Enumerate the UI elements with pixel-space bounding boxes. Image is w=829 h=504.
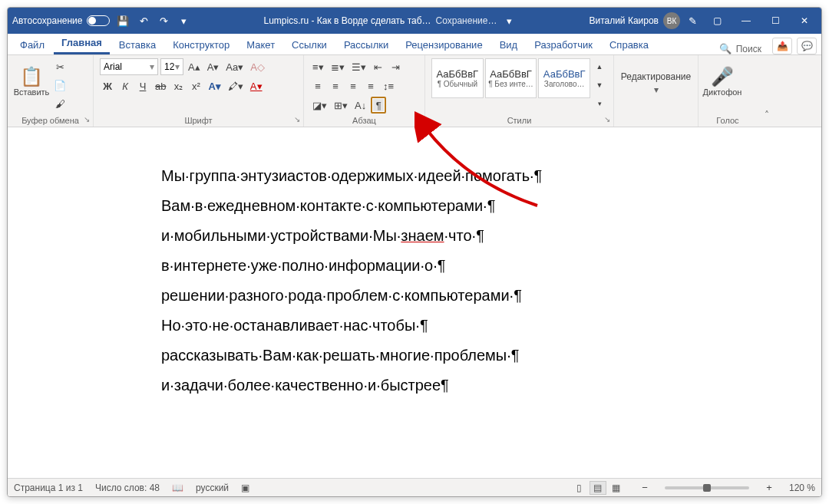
document-line[interactable]: решении·разного·рода·проблем·с·компьютер… xyxy=(161,284,683,308)
macro-record-icon[interactable]: ▣ xyxy=(241,483,249,493)
launcher-icon[interactable]: ↘ xyxy=(604,115,610,124)
document-line[interactable]: и·мобильными·устройствами·Мы·знаем·что·¶ xyxy=(161,224,683,248)
qat-dropdown-icon[interactable]: ▾ xyxy=(176,12,191,29)
bold-button[interactable]: Ж xyxy=(100,77,115,94)
zoom-slider[interactable] xyxy=(665,486,749,489)
document-line[interactable]: Мы·группа·энтузиастов·одержимых·идеей·по… xyxy=(161,164,683,188)
styles-gallery[interactable]: АаБбВвГ ¶ Обычный АаБбВвГ ¶ Без инте… Аа… xyxy=(431,58,607,112)
tab-review[interactable]: Рецензирование xyxy=(398,35,490,54)
multilevel-icon[interactable]: ☰▾ xyxy=(349,58,368,75)
show-hide-paragraph-marks-button[interactable]: ¶ xyxy=(371,97,386,114)
word-count[interactable]: Число слов: 48 xyxy=(95,483,160,493)
subscript-button[interactable]: x₂ xyxy=(170,77,186,94)
align-right-icon[interactable]: ≡ xyxy=(345,77,361,94)
style-heading1[interactable]: АаБбВвГ Заголово… xyxy=(538,58,590,98)
clear-format-icon[interactable]: A◇ xyxy=(248,58,267,75)
toggle-switch-icon[interactable] xyxy=(87,15,110,26)
format-painter-icon[interactable]: 🖌 xyxy=(51,95,68,112)
font-color-icon[interactable]: A▾ xyxy=(248,77,265,94)
draw-mode-icon[interactable]: ✎ xyxy=(685,12,700,29)
bullets-icon[interactable]: ≡▾ xyxy=(310,58,326,75)
redo-icon[interactable]: ↷ xyxy=(156,12,171,29)
tab-view[interactable]: Вид xyxy=(492,35,526,54)
line-spacing-icon[interactable]: ↕≡ xyxy=(381,77,396,94)
sort-icon[interactable]: A↓ xyxy=(352,97,368,114)
shrink-font-icon[interactable]: A▾ xyxy=(205,58,222,75)
autosave-label: Автосохранение xyxy=(12,15,82,26)
minimize-button[interactable]: — xyxy=(734,10,758,31)
tab-help[interactable]: Справка xyxy=(602,35,656,54)
superscript-button[interactable]: x² xyxy=(188,77,203,94)
underline-button[interactable]: Ч xyxy=(135,77,150,94)
align-left-icon[interactable]: ≡ xyxy=(310,77,325,94)
tab-references[interactable]: Ссылки xyxy=(284,35,335,54)
tab-insert[interactable]: Вставка xyxy=(111,35,163,54)
tab-layout[interactable]: Макет xyxy=(239,35,282,54)
font-name-combo[interactable]: Arial▾ xyxy=(100,58,158,75)
undo-icon[interactable]: ↶ xyxy=(136,12,151,29)
document-line[interactable]: и·задачи·более·качественно·и·быстрее¶ xyxy=(161,374,683,397)
tab-developer[interactable]: Разработчик xyxy=(527,35,600,54)
styles-scroll-down-icon[interactable]: ▼ xyxy=(592,77,607,94)
save-icon[interactable]: 💾 xyxy=(114,12,131,29)
launcher-icon[interactable]: ↘ xyxy=(294,115,300,124)
zoom-level[interactable]: 120 % xyxy=(789,483,815,493)
grow-font-icon[interactable]: A▴ xyxy=(186,58,203,75)
document-workspace[interactable]: Мы·группа·энтузиастов·одержимых·идеей·по… xyxy=(8,127,821,478)
borders-icon[interactable]: ⊞▾ xyxy=(332,97,350,114)
align-center-icon[interactable]: ≡ xyxy=(328,77,343,94)
italic-button[interactable]: К xyxy=(117,77,133,94)
style-no-spacing[interactable]: АаБбВвГ ¶ Без инте… xyxy=(485,58,537,98)
document-line[interactable]: Но·это·не·останавливает·нас·чтобы·¶ xyxy=(161,314,683,338)
page-indicator[interactable]: Страница 1 из 1 xyxy=(14,483,83,493)
close-button[interactable]: ✕ xyxy=(792,10,817,31)
shading-icon[interactable]: ◪▾ xyxy=(310,97,329,114)
tell-me-search[interactable]: 🔍 Поиск xyxy=(719,43,768,54)
highlight-icon[interactable]: 🖍▾ xyxy=(226,77,246,94)
launcher-icon[interactable]: ↘ xyxy=(84,115,90,124)
decrease-indent-icon[interactable]: ⇤ xyxy=(371,58,386,75)
tab-design[interactable]: Конструктор xyxy=(165,35,237,54)
title-dropdown-icon[interactable]: ▾ xyxy=(501,12,517,29)
text-effects-icon[interactable]: A▾ xyxy=(206,77,223,94)
styles-scroll-up-icon[interactable]: ▲ xyxy=(592,58,607,75)
zoom-out-button[interactable]: − xyxy=(637,479,652,496)
style-normal[interactable]: АаБбВвГ ¶ Обычный xyxy=(431,58,484,98)
font-size-combo[interactable]: 12▾ xyxy=(160,58,183,75)
share-button[interactable]: 📤 xyxy=(772,38,792,54)
justify-icon[interactable]: ≡ xyxy=(363,77,378,94)
document-line[interactable]: рассказывать·Вам·как·решать·многие·пробл… xyxy=(161,344,683,367)
user-name[interactable]: Виталий Каиров xyxy=(589,15,659,26)
clipboard-group-label: Буфер обмена xyxy=(21,116,79,125)
increase-indent-icon[interactable]: ⇥ xyxy=(388,58,404,75)
editing-button[interactable]: Редактирование xyxy=(621,71,691,82)
language-indicator[interactable]: русский xyxy=(196,483,229,493)
tab-mailings[interactable]: Рассылки xyxy=(336,35,396,54)
numbering-icon[interactable]: ≣▾ xyxy=(329,58,347,75)
read-mode-icon[interactable]: ▯ xyxy=(571,481,588,495)
ribbon-options-icon[interactable]: ▢ xyxy=(705,10,729,31)
web-layout-icon[interactable]: ▦ xyxy=(608,481,625,495)
print-layout-icon[interactable]: ▤ xyxy=(590,481,606,495)
launcher-icon[interactable]: ↘ xyxy=(415,115,421,124)
document-page[interactable]: Мы·группа·энтузиастов·одержимых·идеей·по… xyxy=(100,127,729,450)
strike-button[interactable]: ab xyxy=(153,77,168,94)
user-avatar[interactable]: ВК xyxy=(663,12,680,29)
document-line[interactable]: Вам·в·ежедневном·контакте·с·компьютерами… xyxy=(161,194,683,218)
proofing-icon[interactable]: 📖 xyxy=(172,483,183,493)
group-voice: 🎤 Диктофон Голос xyxy=(699,55,757,127)
cut-icon[interactable]: ✂ xyxy=(51,58,68,75)
zoom-in-button[interactable]: + xyxy=(761,479,777,496)
maximize-button[interactable]: ☐ xyxy=(763,10,788,31)
styles-expand-icon[interactable]: ▾ xyxy=(592,95,607,112)
tab-file[interactable]: Файл xyxy=(12,35,52,54)
comments-button[interactable]: 💬 xyxy=(797,38,817,54)
dictate-button[interactable]: 🎤 Диктофон xyxy=(705,58,740,104)
document-line[interactable]: в·интернете·уже·полно·информации·о·¶ xyxy=(161,254,683,278)
paste-button[interactable]: 📋 Вставить xyxy=(14,58,49,104)
autosave-toggle[interactable]: Автосохранение xyxy=(12,15,110,26)
tab-home[interactable]: Главная xyxy=(54,33,110,54)
change-case-icon[interactable]: Aa▾ xyxy=(223,58,246,75)
collapse-ribbon-button[interactable]: ˄ xyxy=(757,55,777,127)
copy-icon[interactable]: 📄 xyxy=(51,77,68,94)
